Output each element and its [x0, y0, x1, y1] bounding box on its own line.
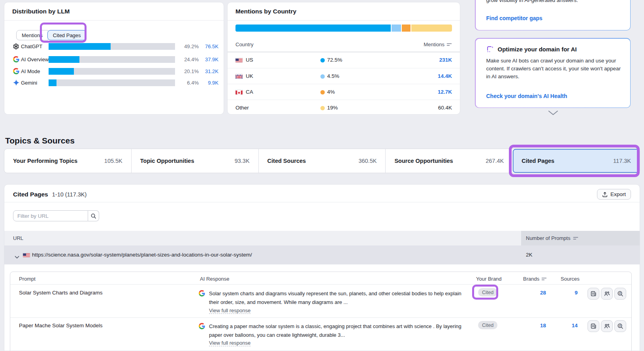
ca-flag-icon	[235, 90, 243, 94]
llm-percent: 6.4%	[178, 80, 199, 86]
cited-page-url[interactable]: https://science.nasa.gov/solar-system/pl…	[32, 252, 252, 258]
llm-value-link[interactable]: 9.9K	[200, 80, 218, 86]
ai-response-text: Solar system charts and diagrams visuall…	[209, 289, 465, 306]
export-button-label: Export	[610, 191, 626, 197]
export-button[interactable]: Export	[597, 189, 631, 200]
country-percent: 19%	[327, 105, 338, 111]
sources-count-link[interactable]: 14	[552, 323, 578, 328]
tab-label: Cited Sources	[267, 158, 306, 164]
prompt-column-header: Prompt	[19, 276, 36, 282]
tab-source-opportunities[interactable]: Source Opportunities 267.4K	[386, 149, 513, 173]
llm-bar-fill	[49, 79, 56, 86]
collapse-row-chevron-down-icon[interactable]	[15, 253, 19, 260]
country-name: Other	[235, 105, 249, 111]
mentions-by-country-card: Mentions by Country Country Mentions US …	[227, 2, 460, 115]
llm-value-link[interactable]: 31.2K	[200, 68, 218, 74]
country-row-ca: CA 4% 12.7K	[228, 84, 460, 100]
optimize-card-title-row: Optimize your domain for AI	[486, 45, 577, 53]
country-percent: 4%	[327, 89, 335, 95]
country-row-other: Other 19% 60.4K	[228, 100, 460, 116]
tab-count: 93.3K	[235, 158, 250, 164]
sources-count-link[interactable]: 9	[552, 290, 578, 296]
search-icon	[90, 213, 96, 219]
llm-row-chatgpt: ChatGPT 49.2% 76.5K	[4, 42, 224, 50]
openai-icon	[13, 43, 19, 50]
llm-percent: 24.4%	[178, 57, 199, 62]
tab-count: 267.4K	[486, 158, 504, 164]
tab-topic-opportunities[interactable]: Topic Opportunities 93.3K	[132, 149, 259, 173]
llm-bar-fill	[49, 43, 111, 50]
sort-icon	[541, 277, 547, 281]
tab-count: 105.5K	[104, 158, 122, 164]
llm-card-title: Distribution by LLM	[12, 8, 70, 15]
divider	[228, 20, 460, 21]
divider	[10, 317, 631, 318]
country-value-link[interactable]: 12.7K	[438, 89, 452, 95]
upload-icon	[602, 192, 608, 197]
llm-value-link[interactable]: 37.9K	[200, 57, 218, 62]
country-table-header: Country Mentions	[228, 42, 460, 52]
country-value-link[interactable]: 14.4K	[438, 73, 452, 79]
prompts-table: Prompt AI Response Your Brand Brands Sou…	[10, 272, 632, 351]
llm-bar-fill	[49, 68, 74, 75]
url-row-expanded[interactable]: https://science.nasa.gov/solar-system/pl…	[4, 245, 640, 264]
search-mentions-button[interactable]: @	[614, 320, 626, 332]
tab-label: Topic Opportunities	[140, 158, 194, 164]
llm-row-ai-overview: AI Overview 24.4% 37.9K	[4, 55, 224, 63]
us-flag-icon	[23, 253, 30, 257]
llm-value-link[interactable]: 76.5K	[200, 43, 218, 49]
competitor-gaps-card-body: grow visibility in AI-generated answers.…	[476, 0, 630, 30]
optimize-card-body-text: Make sure AI bots can crawl your domain …	[486, 57, 621, 81]
view-response-button[interactable]	[588, 288, 599, 300]
view-response-button[interactable]	[588, 320, 599, 332]
mentions-column-header[interactable]: Mentions	[424, 42, 452, 47]
response-document-icon	[590, 291, 597, 297]
llm-name: AI Mode	[21, 68, 40, 74]
brands-count-link[interactable]: 18	[520, 323, 546, 328]
number-of-prompts-column-header[interactable]: Number of Prompts	[521, 231, 640, 245]
brands-column-header[interactable]: Brands	[523, 276, 547, 282]
mentions-toggle-button[interactable]: Mentions	[16, 30, 48, 40]
prompts-header-label: Number of Prompts	[526, 235, 571, 241]
collapse-sidebar-chevron-down-icon[interactable]	[548, 110, 558, 117]
find-competitor-gaps-link[interactable]: Find competitor gaps	[486, 15, 542, 21]
view-full-response-link[interactable]: View full response	[209, 308, 250, 314]
stacked-segment-uk	[392, 25, 401, 32]
tab-count: 117.3K	[613, 158, 631, 164]
prompt-text: Paper Mache Solar System Models	[19, 323, 177, 328]
country-value: 60.4K	[438, 105, 452, 111]
stacked-segment-us	[235, 25, 391, 32]
check-ai-health-link[interactable]: Check your domain's AI Health	[486, 93, 567, 99]
competitors-button[interactable]	[601, 320, 613, 332]
llm-view-toggle: Mentions Cited Pages	[16, 30, 87, 40]
country-percent: 72.5%	[327, 57, 342, 63]
ai-response-text: Creating a paper mache solar system is a…	[209, 322, 465, 339]
cited-pages-toggle-button[interactable]: Cited Pages	[47, 30, 87, 40]
country-value-link[interactable]: 231K	[439, 57, 452, 63]
tab-cited-sources[interactable]: Cited Sources 360.5K	[259, 149, 386, 173]
us-flag-icon	[235, 58, 243, 62]
ai-visibility-dashboard: Distribution by LLM Mentions Cited Pages…	[0, 0, 644, 351]
google-icon	[13, 56, 19, 63]
competitors-button[interactable]	[601, 288, 613, 300]
cited-status-badge: Cited	[478, 321, 497, 329]
view-full-response-link[interactable]: View full response	[209, 340, 250, 346]
at-magnifier-icon: @	[617, 291, 623, 297]
llm-bar-track	[49, 68, 175, 75]
at-magnifier-icon: @	[617, 323, 623, 329]
clipped-promo-text: grow visibility in AI-generated answers.	[486, 0, 578, 3]
tab-cited-pages[interactable]: Cited Pages 117.3K	[513, 149, 640, 173]
search-mentions-button[interactable]: @	[614, 288, 626, 300]
filter-by-url-input[interactable]	[13, 210, 88, 221]
tab-your-performing-topics[interactable]: Your Performing Topics 105.5K	[4, 149, 132, 173]
country-stacked-bar	[235, 25, 452, 32]
cited-pages-panel: Cited Pages 1-10 (117.3K) Export URL Num…	[4, 184, 640, 351]
tab-count: 360.5K	[358, 158, 377, 164]
brands-count-link[interactable]: 28	[520, 290, 546, 296]
country-column-header: Country	[235, 42, 254, 47]
sort-icon	[446, 43, 452, 47]
uk-flag-icon	[235, 74, 243, 79]
filter-search-button[interactable]	[88, 210, 99, 221]
prompt-text: Solar System Charts and Diagrams	[19, 290, 177, 296]
tab-label: Your Performing Topics	[13, 158, 77, 164]
